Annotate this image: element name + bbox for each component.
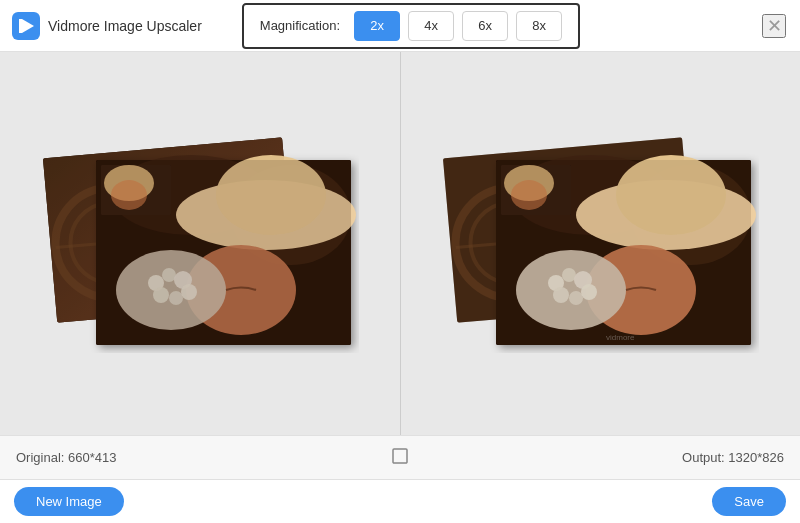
magnification-8x[interactable]: 8x (516, 11, 562, 41)
status-bar: Original: 660*413 Output: 1320*826 (0, 435, 800, 479)
title-bar: Vidmore Image Upscaler Magnification: 2x… (0, 0, 800, 52)
output-dimensions: Output: 1320*826 (400, 450, 784, 465)
close-icon: ✕ (767, 15, 782, 37)
main-area: vidmore (0, 52, 800, 435)
svg-rect-55 (393, 449, 407, 463)
magnification-4x[interactable]: 4x (408, 11, 454, 41)
magnification-6x[interactable]: 6x (462, 11, 508, 41)
app-logo (12, 12, 40, 40)
svg-point-28 (111, 180, 147, 210)
magnification-2x[interactable]: 2x (354, 11, 400, 41)
output-image: vidmore (441, 135, 759, 353)
output-panel: vidmore (401, 52, 801, 435)
original-panel (0, 52, 400, 435)
magnification-label: Magnification: (260, 18, 340, 33)
magnification-panel: Magnification: 2x 4x 6x 8x (242, 3, 580, 49)
original-image (41, 135, 359, 353)
app-title: Vidmore Image Upscaler (48, 18, 202, 34)
bottom-bar: New Image Save (0, 479, 800, 523)
svg-rect-2 (19, 19, 22, 33)
close-button[interactable]: ✕ (762, 14, 786, 38)
original-dimensions: Original: 660*413 (16, 450, 400, 465)
svg-text:vidmore: vidmore (606, 333, 635, 342)
save-button[interactable]: Save (712, 487, 786, 516)
new-image-button[interactable]: New Image (14, 487, 124, 516)
compare-icon[interactable] (392, 448, 408, 467)
svg-point-53 (511, 180, 547, 210)
